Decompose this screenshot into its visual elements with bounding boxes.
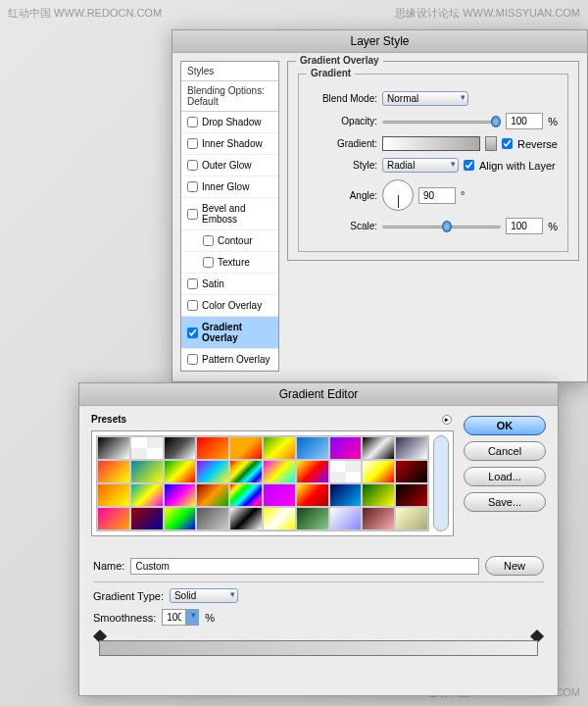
effect-checkbox[interactable]: [203, 257, 214, 268]
preset-swatch[interactable]: [362, 507, 395, 530]
cancel-button[interactable]: Cancel: [464, 441, 546, 461]
opacity-input[interactable]: [506, 113, 543, 129]
angle-unit: °: [461, 189, 465, 201]
effect-checkbox[interactable]: [187, 278, 198, 289]
effect-item-gradient-overlay[interactable]: Gradient Overlay: [181, 317, 278, 349]
presets-box: [91, 430, 454, 536]
preset-swatch[interactable]: [263, 483, 296, 507]
ok-button[interactable]: OK: [464, 416, 546, 435]
style-select[interactable]: Radial: [382, 158, 459, 173]
preset-swatch[interactable]: [263, 436, 296, 460]
preset-swatch[interactable]: [329, 460, 363, 483]
styles-header[interactable]: Styles: [181, 62, 278, 81]
preset-swatch[interactable]: [97, 507, 130, 530]
effect-checkbox[interactable]: [187, 160, 198, 171]
angle-dial[interactable]: [382, 179, 414, 211]
gradient-bar[interactable]: [93, 631, 544, 665]
effect-checkbox[interactable]: [187, 117, 198, 127]
preset-swatch[interactable]: [97, 460, 130, 483]
preset-swatch[interactable]: [329, 507, 363, 530]
preset-swatch[interactable]: [362, 483, 395, 507]
preset-swatch[interactable]: [395, 483, 428, 507]
preset-swatch[interactable]: [196, 460, 229, 483]
watermark-top-right: 思缘设计论坛 WWW.MISSYUAN.COM: [395, 6, 580, 21]
preset-swatch[interactable]: [196, 436, 229, 460]
gradient-dropdown-icon[interactable]: [485, 136, 497, 151]
smoothness-label: Smoothness:: [93, 612, 156, 624]
smoothness-unit: %: [205, 612, 215, 624]
preset-swatch[interactable]: [329, 436, 363, 460]
effect-item-inner-shadow[interactable]: Inner Shadow: [181, 133, 278, 155]
name-input[interactable]: [130, 558, 479, 575]
preset-swatch[interactable]: [263, 460, 296, 483]
effect-checkbox[interactable]: [187, 138, 198, 149]
preset-swatch[interactable]: [229, 507, 263, 530]
presets-label: Presets: [91, 414, 126, 425]
preset-swatch[interactable]: [263, 507, 296, 530]
preset-swatch[interactable]: [196, 483, 229, 507]
scale-input[interactable]: [506, 218, 543, 234]
effect-label: Inner Glow: [202, 181, 249, 192]
preset-swatch[interactable]: [130, 483, 164, 507]
effect-checkbox[interactable]: [187, 181, 198, 192]
gradient-swatch[interactable]: [382, 136, 480, 151]
gradient-type-select[interactable]: Solid: [170, 588, 238, 603]
angle-input[interactable]: [418, 187, 456, 204]
preset-swatch[interactable]: [395, 460, 428, 483]
preset-swatch[interactable]: [130, 460, 164, 483]
effect-item-texture[interactable]: Texture: [181, 252, 278, 274]
preset-swatch[interactable]: [164, 507, 197, 530]
effect-checkbox[interactable]: [203, 235, 214, 246]
effect-item-color-overlay[interactable]: Color Overlay: [181, 295, 278, 317]
align-label: Align with Layer: [479, 160, 556, 172]
preset-swatch[interactable]: [296, 460, 329, 483]
save-button[interactable]: Save...: [464, 492, 546, 512]
effect-checkbox[interactable]: [187, 354, 198, 365]
load-button[interactable]: Load...: [464, 467, 546, 486]
effect-label: Inner Shadow: [202, 138, 263, 149]
effect-checkbox[interactable]: [187, 328, 198, 338]
preset-swatch[interactable]: [362, 460, 395, 483]
effect-item-pattern-overlay[interactable]: Pattern Overlay: [181, 349, 278, 371]
smoothness-input[interactable]: [162, 609, 199, 626]
preset-swatch[interactable]: [164, 460, 197, 483]
preset-swatch[interactable]: [164, 436, 197, 460]
opacity-label: Opacity:: [309, 116, 377, 126]
reverse-checkbox[interactable]: [502, 138, 513, 149]
preset-swatch[interactable]: [97, 483, 130, 507]
effect-item-satin[interactable]: Satin: [181, 274, 278, 295]
presets-menu-icon[interactable]: ▸: [442, 415, 452, 425]
preset-swatch[interactable]: [164, 483, 197, 507]
preset-swatch[interactable]: [130, 436, 164, 460]
preset-swatch[interactable]: [229, 436, 263, 460]
preset-swatch[interactable]: [296, 436, 329, 460]
effect-item-drop-shadow[interactable]: Drop Shadow: [181, 112, 278, 133]
effect-checkbox[interactable]: [187, 300, 198, 311]
gradient-overlay-panel: Gradient Overlay Gradient Blend Mode: No…: [287, 61, 579, 261]
effect-label: Outer Glow: [202, 160, 252, 171]
align-checkbox[interactable]: [464, 160, 474, 171]
preset-swatch[interactable]: [196, 507, 229, 530]
preset-swatch[interactable]: [130, 507, 164, 530]
effect-item-inner-glow[interactable]: Inner Glow: [181, 176, 278, 198]
scale-slider[interactable]: [382, 220, 501, 233]
preset-swatch[interactable]: [229, 483, 263, 507]
effect-item-outer-glow[interactable]: Outer Glow: [181, 155, 278, 176]
preset-swatch[interactable]: [229, 460, 263, 483]
preset-swatch[interactable]: [362, 436, 395, 460]
effect-item-contour[interactable]: Contour: [181, 230, 278, 252]
opacity-slider[interactable]: [382, 115, 501, 128]
preset-swatch[interactable]: [97, 436, 130, 460]
new-button[interactable]: New: [485, 556, 544, 576]
preset-swatch[interactable]: [395, 507, 428, 530]
preset-swatch[interactable]: [296, 483, 329, 507]
effect-checkbox[interactable]: [187, 209, 198, 220]
presets-scrollbar[interactable]: [433, 435, 449, 531]
blend-mode-select[interactable]: Normal: [382, 91, 468, 106]
preset-swatch[interactable]: [329, 483, 363, 507]
blending-options-header[interactable]: Blending Options: Default: [181, 81, 278, 112]
effect-item-bevel-and-emboss[interactable]: Bevel and Emboss: [181, 198, 278, 230]
preset-swatch[interactable]: [296, 507, 329, 530]
effect-label: Satin: [202, 278, 224, 289]
preset-swatch[interactable]: [395, 436, 428, 460]
